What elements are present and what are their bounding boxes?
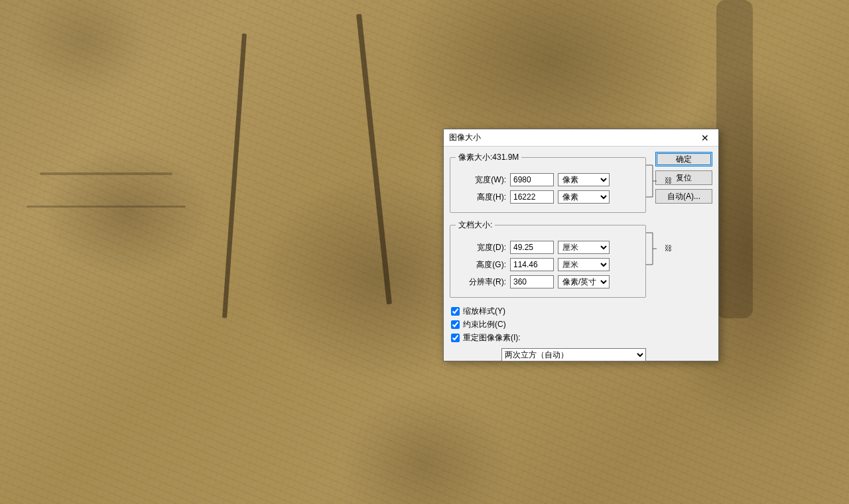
resolution-label: 分辨率(R): (456, 277, 510, 288)
resample-checkbox[interactable] (451, 334, 460, 342)
height-label: 高度(H): (456, 192, 510, 203)
image-size-dialog: 图像大小 ✕ 确定 复位 自动(A)... 像素大小:431.9M 宽度(W):… (443, 129, 719, 361)
painting-stroke (716, 0, 753, 318)
doc-width-unit-select[interactable]: 厘米 (558, 241, 610, 254)
scale-styles-checkbox[interactable] (451, 307, 460, 316)
doc-width-label: 宽度(D): (456, 242, 510, 253)
constrain-link-icon[interactable]: ⛓ (663, 176, 673, 185)
pixel-dimensions-group: 像素大小:431.9M 宽度(W): 像素 高度(H): 像素 (450, 152, 646, 213)
width-pixels-input[interactable] (510, 173, 554, 186)
resample-method-select[interactable]: 两次立方（自动） (501, 348, 646, 361)
close-icon: ✕ (701, 133, 709, 143)
scale-styles-text: 缩放样式(Y) (463, 306, 505, 317)
constrain-link-icon[interactable]: ⛓ (663, 243, 673, 253)
link-bracket-icon (645, 164, 658, 198)
dialog-title: 图像大小 (449, 132, 481, 143)
scale-styles-checkbox-label[interactable]: 缩放样式(Y) (451, 304, 712, 318)
doc-height-unit-select[interactable]: 厘米 (558, 258, 610, 271)
document-size-group: 文档大小: 宽度(D): 厘米 高度(G): 厘米 分辨率(R): (450, 220, 646, 298)
resolution-input[interactable] (510, 275, 554, 288)
painting-stroke (27, 206, 186, 208)
width-label: 宽度(W): (456, 174, 510, 186)
width-pixels-unit-select[interactable]: 像素 (558, 173, 610, 186)
pixel-dimensions-legend: 像素大小:431.9M (456, 152, 521, 163)
constrain-proportions-text: 约束比例(C) (463, 319, 506, 330)
doc-height-label: 高度(G): (456, 259, 510, 271)
constrain-proportions-checkbox-label[interactable]: 约束比例(C) (451, 318, 712, 331)
dialog-titlebar[interactable]: 图像大小 ✕ (444, 129, 718, 147)
resample-text: 重定图像像素(I): (463, 332, 521, 344)
constrain-proportions-checkbox[interactable] (451, 320, 460, 329)
height-pixels-unit-select[interactable]: 像素 (558, 190, 610, 204)
height-pixels-input[interactable] (510, 190, 554, 204)
link-bracket-icon (645, 231, 658, 266)
painting-stroke (40, 172, 172, 175)
close-button[interactable]: ✕ (692, 129, 718, 147)
doc-height-input[interactable] (510, 258, 554, 271)
resample-checkbox-label[interactable]: 重定图像像素(I): (451, 331, 712, 344)
doc-width-input[interactable] (510, 241, 554, 254)
resolution-unit-select[interactable]: 像素/英寸 (558, 275, 610, 288)
document-size-legend: 文档大小: (456, 220, 495, 231)
